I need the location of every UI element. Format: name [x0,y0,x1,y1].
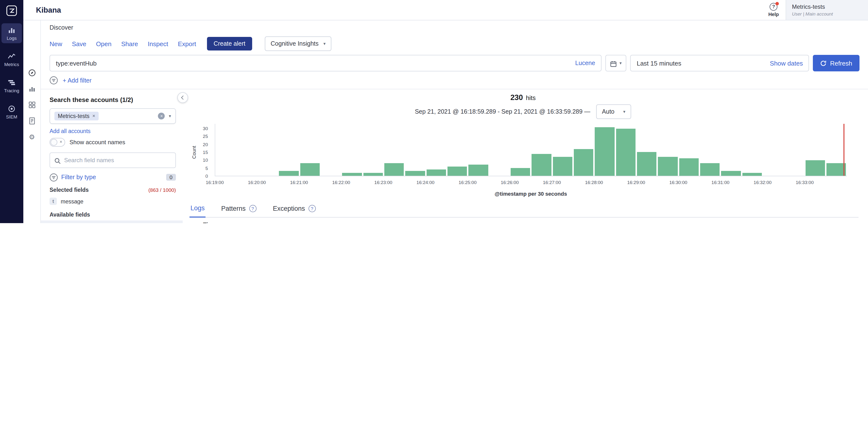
date-picker-button[interactable]: ▾ [606,55,626,71]
histogram-chart[interactable]: 051015202530 Count 16:19:0016:20:0016:21… [188,121,859,198]
bar-slot [383,124,405,176]
rail-item-label: Tracing [4,88,20,93]
histogram-bar[interactable] [279,171,299,176]
notification-dot-icon [775,2,779,5]
accounts-combobox[interactable]: Metrics-tests × × ▾ [50,108,176,124]
sidebar-item-logs[interactable]: Logs [1,23,22,43]
discover-compass-icon[interactable] [28,69,36,77]
refresh-button[interactable]: Refresh [813,55,860,71]
cognitive-insights-label: Cognitive Insights [271,40,318,47]
add-all-accounts-link[interactable]: Add all accounts [50,128,176,134]
x-axis-label: 16:20:00 [248,180,266,185]
histogram-bar[interactable] [405,171,425,176]
histogram-bar[interactable] [574,149,593,176]
histogram-bar[interactable] [679,159,699,176]
visualize-icon[interactable] [28,85,36,93]
x-axis-label: 16:23:00 [374,180,392,185]
x-axis-label: 16:30:00 [669,180,687,185]
selected-fields-header: Selected fields (863 / 1000) [50,187,176,193]
histogram-bar[interactable] [595,127,615,176]
sidebar-item-siem[interactable]: SIEM [1,102,22,122]
x-axis-label: 16:32:00 [753,180,772,185]
field-item[interactable]: tmessage [50,195,176,208]
filter-bar: + Add filter [41,75,868,89]
menu-link-open[interactable]: Open [96,40,112,47]
message-column-header[interactable]: message [294,222,859,223]
histogram-bar[interactable] [721,171,741,176]
help-circle-icon[interactable]: ? [308,205,316,212]
tab-patterns[interactable]: Patterns? [220,202,257,217]
x-axis-label: 16:22:00 [332,180,350,185]
refresh-icon [820,60,827,66]
field-search-input[interactable] [64,157,171,164]
tab-logs[interactable]: Logs [189,202,206,218]
histogram-bar[interactable] [658,157,678,176]
bar-slot [552,124,573,176]
create-alert-button[interactable]: Create alert [207,37,252,51]
bar-slot [405,124,426,176]
clear-accounts-icon[interactable]: × [158,113,165,120]
add-filter-button[interactable]: + Add filter [63,77,92,84]
filter-by-type-button[interactable]: Filter by type 0 [50,173,176,181]
histogram-bar[interactable] [553,157,572,176]
histogram-bar[interactable] [700,163,720,176]
show-account-names-toggle[interactable]: × [50,138,65,147]
histogram-bar[interactable] [364,172,383,176]
interval-select[interactable]: Auto ▾ [596,104,631,119]
x-axis-label: 16:28:00 [585,180,603,185]
tab-exceptions[interactable]: Exceptions? [272,202,316,217]
histogram-bar[interactable] [827,163,846,176]
bar-slot [510,124,531,176]
histogram-bar[interactable] [742,172,762,176]
y-axis: 051015202530 [188,124,212,176]
gear-icon[interactable]: ⚙ [29,133,35,141]
sidebar-item-metrics[interactable]: Metrics [1,50,22,69]
report-icon[interactable] [28,117,36,125]
app-logo-icon[interactable] [5,4,18,17]
help-circle-icon[interactable]: ? [249,205,256,212]
menu-link-share[interactable]: Share [121,40,138,47]
sidebar-item-tracing[interactable]: Tracing [1,76,22,96]
histogram-bar[interactable] [805,160,825,176]
histogram-bar[interactable] [532,154,552,176]
screen: LogsMetricsTracingSIEM ⚙ Settings Kibana… [0,0,868,223]
account-pill[interactable]: Metrics-tests × [54,112,99,120]
histogram-bar[interactable] [510,168,530,176]
chevron-down-icon: ▾ [169,114,171,119]
breadcrumb[interactable]: Discover [41,21,868,35]
histogram-bar[interactable] [427,169,446,176]
dashboard-icon[interactable] [28,101,36,109]
menubar-links: NewSaveOpenShareInspectExport [50,40,196,47]
bar-slot [636,124,657,176]
query-language-button[interactable]: Lucene [575,60,595,66]
menu-link-export[interactable]: Export [178,40,196,47]
remove-account-icon[interactable]: × [92,114,95,119]
available-fields-label: Available fields [50,212,90,218]
cognitive-insights-select[interactable]: Cognitive Insights ▾ [265,36,331,51]
help-button[interactable]: ? Help [768,0,779,20]
toggle-label: Show account names [69,139,125,146]
time-range-label[interactable]: Last 15 minutes [637,60,681,67]
menu-link-save[interactable]: Save [72,40,86,47]
histogram-bar[interactable] [469,165,488,176]
results-panel: 230hits Sep 21, 2021 @ 16:18:59.289 - Se… [183,89,868,223]
time-column-header[interactable]: Time ▼ [203,222,294,223]
query-input[interactable] [56,60,570,67]
show-dates-button[interactable]: Show dates [770,60,803,67]
field-name: message [61,198,83,204]
histogram-bar[interactable] [447,166,467,176]
histogram-bar[interactable] [342,172,362,176]
discover-page: Discover NewSaveOpenShareInspectExport C… [41,21,868,223]
collapse-panel-button[interactable] [177,92,188,103]
bar-slot [700,124,720,176]
menu-link-new[interactable]: New [50,40,62,47]
menu-link-inspect[interactable]: Inspect [148,40,168,47]
bar-slot [468,124,489,176]
histogram-bar[interactable] [637,152,657,176]
histogram-bar[interactable] [300,163,320,176]
selected-fields-count: (863 / 1000) [149,187,176,193]
histogram-bar[interactable] [384,163,404,176]
filter-icon[interactable] [50,76,58,85]
account-switcher[interactable]: Metrics-tests User | Main account [786,0,868,20]
histogram-bar[interactable] [616,128,636,176]
